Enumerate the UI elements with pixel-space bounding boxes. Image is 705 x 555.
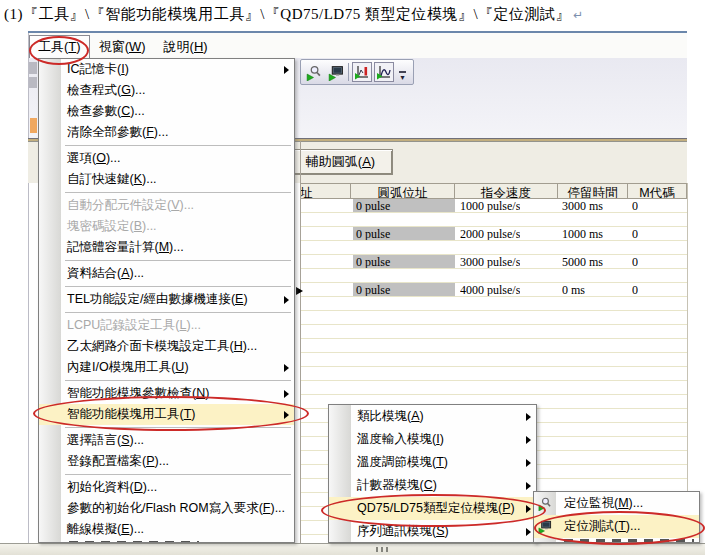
positioning-monitor-icon[interactable] [303, 62, 323, 82]
positioning-test-icon [537, 519, 553, 535]
menu-item-label: 溫度調節模塊(T) [357, 454, 448, 471]
cell-m-code[interactable]: 0 [632, 283, 638, 296]
menu-item-tools[interactable]: 初始化資料(D)... [39, 477, 294, 498]
table-left-border [300, 141, 301, 543]
menu-item-tools[interactable]: 內建I/O模塊用工具(U) [39, 357, 294, 378]
menu-item-label: 資料結合(A)... [67, 265, 144, 282]
menu-item-tools[interactable]: 選擇語言(S)... [39, 430, 294, 451]
bottom-scroll-bar[interactable] [0, 543, 705, 555]
cell-arc-address[interactable]: 0 pulse [353, 255, 455, 268]
menu-item-label: 選項(O)... [67, 150, 121, 167]
submenu-arrow-icon [526, 528, 531, 536]
menu-item-label: 選擇語言(S)... [67, 432, 144, 449]
menu-item-label: 參數的初始化/Flash ROM寫入要求(F)... [67, 500, 285, 517]
column-header: M代碼 [628, 184, 687, 198]
cell-m-code[interactable]: 0 [632, 255, 638, 268]
column-header: 停留時間 [558, 184, 628, 198]
menu-item-qd75[interactable]: 定位監視(M)... [534, 492, 699, 515]
submenu-arrow-icon [526, 505, 531, 513]
menu-item-label: TEL功能設定/經由數據機連接(E) [67, 291, 248, 308]
menu-item-label: QD75/LD75類型定位模塊(P) [357, 500, 515, 517]
cell-arc-address[interactable]: 0 pulse [353, 199, 455, 212]
table-row: 0 pulse3000 pulse/s5000 ms0 [300, 255, 687, 269]
submenu-arrow-icon [284, 296, 289, 304]
menu-item-label: 內建I/O模塊用工具(U) [67, 359, 189, 376]
menu-item-label: 溫度輸入模塊(I) [357, 431, 444, 448]
menu-item-tools[interactable]: 離線模擬(E)... [39, 519, 294, 540]
submenu-arrow-icon [284, 411, 289, 419]
menu-item-label: 計數器模塊(C) [357, 477, 437, 494]
tools-menu: IC記憶卡(I)檢查程式(G)...檢查參數(C)...清除全部參數(F)...… [38, 58, 295, 543]
cell-m-code[interactable]: 0 [632, 227, 638, 240]
cell-m-code[interactable]: 0 [632, 199, 638, 212]
menu-item-label: 初始化資料(D)... [67, 479, 157, 496]
cell-dwell-time[interactable]: 0 ms [562, 283, 585, 296]
wave-graph-icon[interactable] [374, 62, 394, 82]
menubar-item-W[interactable]: 視窗(W) [90, 35, 155, 60]
menu-item-label: 清除全部參數(F)... [67, 124, 168, 141]
menu-item-tools[interactable]: 參數的初始化/Flash ROM寫入要求(F)... [39, 498, 294, 519]
menu-item-intelligent[interactable]: 類比模塊(A) [329, 405, 536, 428]
aux-arc-button-label: 輔助圓弧(A) [306, 153, 375, 171]
menu-item-label: 登錄配置檔案(P)... [67, 453, 169, 470]
menu-bar: 工具(T)視窗(W)說明(H) [29, 33, 687, 58]
menu-item-tools[interactable]: 記憶體容量計算(M)... [39, 237, 294, 258]
menu-item-tools: 自動分配元件設定(V)... [39, 195, 294, 216]
menubar-item-H[interactable]: 說明(H) [155, 35, 217, 60]
submenu-arrow-icon [526, 436, 531, 444]
menu-item-label: IC記憶卡(I) [67, 61, 129, 78]
chevron-down-icon: ▾ [400, 74, 404, 82]
cell-command-speed[interactable]: 1000 pulse/s [460, 199, 520, 212]
menu-item-label: 序列通訊模塊(S) [357, 523, 449, 540]
current-row-indicator [296, 287, 303, 295]
menu-item-tools[interactable]: 乙太網路介面卡模塊設定工具(H)... [39, 336, 294, 357]
menu-item-intelligent[interactable]: 序列通訊模塊(S) [329, 520, 536, 543]
toolbar-separator [348, 63, 349, 81]
menu-item-tools[interactable]: 選項(O)... [39, 148, 294, 169]
menu-item-tools[interactable]: TEL功能設定/經由數據機連接(E) [39, 289, 294, 310]
menu-item-label: 檢查程式(G)... [67, 82, 146, 99]
menu-item-label: 自訂快速鍵(K)... [67, 171, 157, 188]
aux-arc-button[interactable]: 輔助圓弧(A) [288, 149, 393, 175]
cell-command-speed[interactable]: 3000 pulse/s [460, 255, 520, 268]
wave-trace-icon[interactable] [352, 62, 372, 82]
cell-arc-address[interactable]: 0 pulse [353, 283, 455, 296]
menu-item-intelligent[interactable]: QD75/LD75類型定位模塊(P) [329, 497, 536, 520]
menu-item-qd75[interactable]: 定位測試(T)... [534, 515, 699, 538]
menu-item-label: 塊密碼設定(B)... [67, 218, 157, 235]
menu-item-label: 類比模塊(A) [357, 408, 424, 425]
menu-item-tools[interactable]: 檢查程式(G)... [39, 80, 294, 101]
menu-item-intelligent[interactable]: 溫度調節模塊(T) [329, 451, 536, 474]
toolbar-overflow-button[interactable]: ▾ [397, 60, 408, 84]
menu-item-tools[interactable]: 智能功能模塊參數檢查(N) [39, 383, 294, 404]
menu-item-tools[interactable]: 清除全部參數(F)... [39, 122, 294, 143]
menu-item-intelligent[interactable]: 溫度輸入模塊(I) [329, 428, 536, 451]
positioning-monitor-icon [537, 496, 553, 512]
return-mark: ↵ [573, 8, 584, 22]
table-right-border [687, 183, 688, 543]
cell-dwell-time[interactable]: 5000 ms [562, 255, 603, 268]
menu-item-label: 離線模擬(E)... [67, 521, 144, 538]
menu-item-tools[interactable]: IC記憶卡(I) [39, 59, 294, 80]
menu-item-tools[interactable]: 智能功能模塊用工具(T) [39, 404, 294, 425]
menu-item-tools[interactable]: 登錄配置檔案(P)... [39, 451, 294, 472]
submenu-arrow-icon [284, 364, 289, 372]
menu-item-tools[interactable]: 自訂快速鍵(K)... [39, 169, 294, 190]
scrollbar-grip[interactable] [376, 547, 390, 552]
cell-dwell-time[interactable]: 1000 ms [562, 227, 603, 240]
cell-command-speed[interactable]: 2000 pulse/s [460, 227, 520, 240]
submenu-arrow-icon [284, 390, 289, 398]
menu-item-intelligent[interactable]: 計數器模塊(C) [329, 474, 536, 497]
cell-command-speed[interactable]: 4000 pulse/s [460, 283, 520, 296]
cell-dwell-time[interactable]: 3000 ms [562, 199, 603, 212]
menu-item-tools[interactable]: 資料結合(A)... [39, 263, 294, 284]
window-fragment [29, 77, 37, 88]
window-fragment [30, 118, 37, 133]
intelligent-module-tool-submenu: 類比模塊(A)溫度輸入模塊(I)溫度調節模塊(T)計數器模塊(C)QD75/LD… [328, 404, 537, 543]
cell-arc-address[interactable]: 0 pulse [353, 227, 455, 240]
menu-item-label: 自動分配元件設定(V)... [67, 197, 194, 214]
menu-item-tools[interactable]: 檢查參數(C)... [39, 101, 294, 122]
table-row: 0 pulse4000 pulse/s0 ms0 [300, 283, 687, 297]
positioning-test-icon[interactable] [325, 62, 345, 82]
figure-caption: (1)『工具』\『智能功能模塊用工具』\『QD75/LD75 類型定位模塊』\『… [4, 5, 584, 24]
